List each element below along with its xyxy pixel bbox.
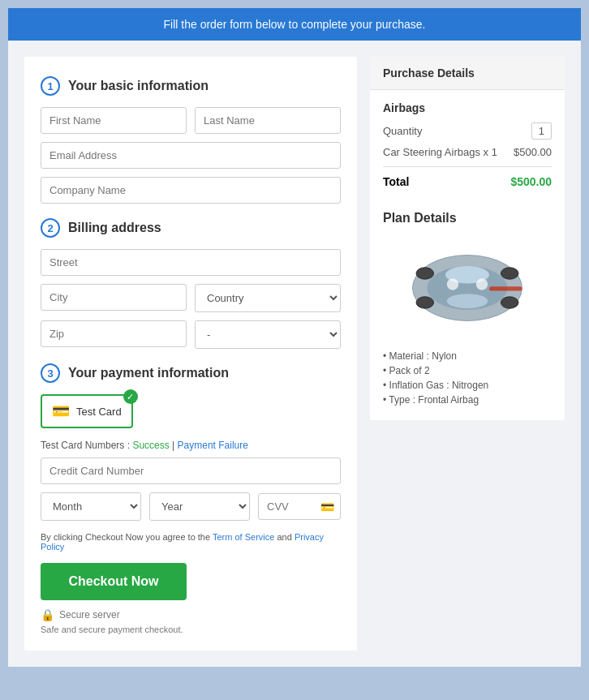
- total-row: Total $500.00: [383, 175, 552, 188]
- first-name-input[interactable]: [41, 107, 187, 134]
- plan-title: Plan Details: [383, 211, 552, 225]
- success-link[interactable]: Success: [132, 440, 169, 451]
- right-panel: Purchase Details Airbags Quantity 1 Car …: [370, 57, 565, 420]
- cvv-wrapper: 💳: [258, 493, 341, 520]
- checkout-button[interactable]: Checkout Now: [41, 563, 187, 600]
- product-name: Airbags: [383, 101, 552, 114]
- quantity-label: Quantity: [383, 125, 422, 137]
- total-value: $500.00: [510, 175, 552, 188]
- billing-section: 2 Billing address Country: [41, 218, 341, 349]
- test-card-label: Test Card Numbers :: [41, 440, 130, 451]
- check-badge: ✓: [123, 389, 138, 404]
- secure-label: Secure server: [59, 609, 120, 621]
- country-select[interactable]: Country: [195, 284, 341, 312]
- cc-input[interactable]: [41, 457, 341, 484]
- plan-feature-item: Pack of 2: [383, 365, 552, 376]
- svg-point-9: [476, 278, 488, 290]
- company-wrapper: [41, 177, 341, 204]
- last-name-wrapper: [195, 107, 341, 134]
- billing-heading: Billing address: [68, 221, 161, 235]
- basic-info-section: 1 Your basic information: [41, 76, 341, 204]
- email-wrapper: [41, 142, 341, 169]
- plan-feature-item: Inflation Gas : Nitrogen: [383, 380, 552, 391]
- zip-input[interactable]: [41, 320, 187, 347]
- city-country-row: Country: [41, 284, 341, 312]
- svg-point-3: [447, 294, 488, 308]
- test-card-info: Test Card Numbers : Success | Payment Fa…: [41, 440, 341, 451]
- plan-features: Material : NylonPack of 2Inflation Gas :…: [383, 350, 552, 406]
- terms-text: By clicking Checkout Now you agree to th…: [41, 532, 341, 552]
- svg-point-7: [501, 297, 518, 308]
- terms-link[interactable]: Term of Service: [213, 532, 274, 542]
- state-wrapper: -: [195, 320, 341, 349]
- name-row: [41, 107, 341, 134]
- main-content: 1 Your basic information: [8, 41, 581, 667]
- section-num-1: 1: [41, 76, 60, 96]
- cvv-card-icon: 💳: [320, 500, 334, 513]
- country-wrapper: Country: [195, 284, 341, 312]
- basic-info-title: 1 Your basic information: [41, 76, 341, 96]
- page-wrapper: Fill the order form below to complete yo…: [8, 8, 581, 667]
- city-input[interactable]: [41, 284, 187, 311]
- plan-details: Plan Details: [370, 200, 565, 420]
- payment-heading: Your payment information: [68, 366, 229, 380]
- quantity-value: 1: [531, 122, 552, 140]
- separator: |: [172, 440, 174, 451]
- purchase-header: Purchase Details: [370, 57, 565, 90]
- left-panel: 1 Your basic information: [24, 57, 357, 651]
- company-input[interactable]: [41, 177, 341, 204]
- item-row: Car Steering Airbags x 1 $500.00: [383, 146, 552, 158]
- secure-note-sub: Safe and secure payment checkout.: [41, 625, 341, 634]
- car-svg: [394, 244, 540, 332]
- total-label: Total: [383, 175, 409, 188]
- svg-point-5: [501, 268, 518, 279]
- cc-row: [41, 457, 341, 484]
- terms-prefix: By clicking Checkout Now you agree to th…: [41, 532, 210, 542]
- section-num-2: 2: [41, 218, 60, 238]
- last-name-input[interactable]: [195, 107, 341, 134]
- month-select[interactable]: Month: [41, 492, 141, 521]
- company-row: [41, 177, 341, 204]
- state-select[interactable]: -: [195, 320, 341, 349]
- failure-link[interactable]: Payment Failure: [178, 440, 248, 451]
- secure-note: 🔒 Secure server: [41, 608, 341, 621]
- zip-state-row: -: [41, 320, 341, 349]
- section-num-3: 3: [41, 363, 60, 383]
- card-icon: 💳: [52, 402, 70, 420]
- email-row: [41, 142, 341, 169]
- payment-title: 3 Your payment information: [41, 363, 341, 383]
- cc-wrapper: [41, 457, 341, 484]
- terms-middle: and: [277, 532, 291, 542]
- svg-point-6: [416, 297, 434, 308]
- plan-feature-item: Material : Nylon: [383, 350, 552, 362]
- city-wrapper: [41, 284, 187, 312]
- email-input[interactable]: [41, 142, 341, 169]
- billing-title: 2 Billing address: [41, 218, 341, 238]
- street-input[interactable]: [41, 249, 341, 276]
- lock-icon: 🔒: [41, 608, 54, 621]
- svg-point-4: [416, 268, 434, 279]
- purchase-divider: [383, 166, 552, 167]
- svg-rect-10: [489, 286, 522, 290]
- zip-wrapper: [41, 320, 187, 349]
- expiry-cvv-row: Month Year 💳: [41, 492, 341, 521]
- purchase-body: Airbags Quantity 1 Car Steering Airbags …: [370, 90, 565, 200]
- car-image: [383, 235, 552, 341]
- basic-info-heading: Your basic information: [68, 79, 209, 93]
- item-price: $500.00: [514, 146, 552, 158]
- card-option[interactable]: 💳 Test Card ✓: [41, 394, 133, 428]
- first-name-wrapper: [41, 107, 187, 134]
- svg-point-8: [447, 278, 458, 290]
- quantity-row: Quantity 1: [383, 122, 552, 140]
- banner-text: Fill the order form below to complete yo…: [164, 18, 426, 31]
- plan-feature-item: Type : Frontal Airbag: [383, 394, 552, 406]
- year-select[interactable]: Year: [149, 492, 250, 521]
- street-row: [41, 249, 341, 276]
- payment-section: 3 Your payment information 💳 Test Card ✓…: [41, 363, 341, 634]
- item-label: Car Steering Airbags x 1: [383, 146, 497, 158]
- card-label: Test Card: [76, 406, 122, 418]
- street-wrapper: [41, 249, 341, 276]
- top-banner: Fill the order form below to complete yo…: [8, 8, 581, 41]
